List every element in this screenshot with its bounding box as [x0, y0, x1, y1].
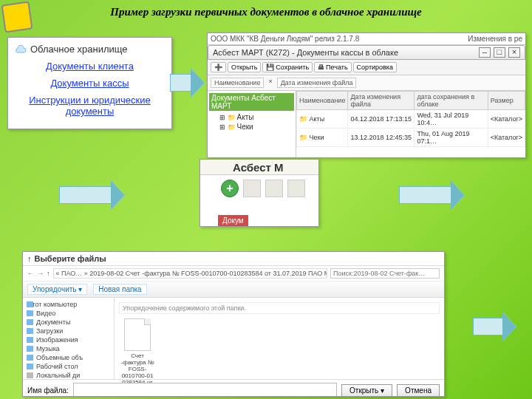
file-icon: [124, 318, 151, 351]
window-titlebar: Асбест МАРТ (К272) - Документы кассы в о…: [208, 45, 525, 60]
side-docs[interactable]: Документы: [26, 318, 111, 327]
cancel-button[interactable]: Отмена: [397, 384, 440, 397]
dialog-sidebar: Этот компьютер Видео Документы Загрузки …: [23, 298, 115, 379]
sort-button[interactable]: Сортировка: [353, 62, 397, 72]
nav-up-icon[interactable]: ↑: [47, 270, 50, 277]
add-button[interactable]: ➕: [211, 62, 226, 72]
side-downloads[interactable]: Загрузки: [26, 327, 111, 335]
tree-node-akty[interactable]: Акты: [209, 112, 294, 122]
file-item[interactable]: Счет -фактура № FOSS-0010700-01 0283584 …: [119, 318, 156, 392]
folder-icon: 📁: [299, 115, 307, 123]
table-row[interactable]: 📁 Акты 04.12.2018 17:13:15 Wed, 31 Jul 2…: [297, 110, 525, 129]
link-client-docs[interactable]: Документы клиента: [14, 61, 166, 72]
filter-name[interactable]: Наименование: [211, 78, 264, 88]
tree-node-cheki[interactable]: Чеки: [209, 122, 294, 132]
new-folder-button[interactable]: Новая папка: [93, 284, 146, 295]
misc-tool-button[interactable]: [287, 180, 305, 197]
side-video[interactable]: Видео: [26, 309, 111, 318]
cloud-storage-header: Облачное хранилище: [14, 44, 166, 55]
col-cdate[interactable]: дата сохранения в облаке: [415, 92, 488, 110]
link-cash-docs[interactable]: Документы кассы: [14, 78, 166, 89]
cloud-header-text: Облачное хранилище: [30, 44, 128, 55]
filename-label: Имя файла:: [27, 386, 69, 395]
side-volume[interactable]: Объемные объ: [26, 353, 111, 362]
dialog-title: Выберите файлы: [35, 254, 106, 263]
arrow-3: [399, 186, 452, 204]
cloud-icon: [14, 44, 27, 55]
organize-button[interactable]: Упорядочить ▾: [27, 284, 87, 295]
minimize-button[interactable]: –: [479, 47, 491, 58]
filename-input[interactable]: [73, 383, 337, 397]
toolbar: ➕ Открыть 💾Сохранить 🖶Печать Сортировка: [208, 60, 525, 75]
folder-window: ООО МКК "КВ Деньги Людям" релиз 2.1.7.8 …: [207, 33, 526, 158]
dialog-toolbar: Упорядочить ▾ Новая папка: [23, 282, 444, 298]
side-images[interactable]: Изображения: [26, 335, 111, 344]
dialog-nav: ← → ↑ « ПАО… » 2019-08-02 Счет -фактура …: [23, 266, 444, 282]
file-area: Упорядочение содержимого этой папки. Сче…: [115, 298, 444, 379]
dialog-footer: Имя файла: Открыть ▾ Отмена: [23, 379, 444, 397]
arrow-1: [170, 74, 192, 92]
filter-date[interactable]: Дата изменения файла: [277, 78, 357, 88]
file-grid: Наименование Дата изменения файла дата с…: [296, 91, 525, 157]
toolbar-zoom-panel: Асбест М + Докум: [200, 159, 319, 227]
app-caption: ООО МКК "КВ Деньги Людям" релиз 2.1.7.8: [211, 35, 359, 43]
breadcrumb[interactable]: « ПАО… » 2019-08-02 Счет -фактура № FOSS…: [53, 268, 328, 279]
arrow-4: [473, 318, 504, 335]
nav-fwd-icon[interactable]: →: [37, 270, 44, 277]
folder-tool-button[interactable]: [243, 180, 261, 197]
up-arrow-icon[interactable]: ↑: [27, 254, 32, 263]
add-circle-button[interactable]: +: [221, 180, 239, 197]
open-button[interactable]: Открыть: [228, 62, 261, 72]
save-button[interactable]: 💾Сохранить: [262, 62, 313, 72]
window-title: Асбест МАРТ (К272) - Документы кассы в о…: [213, 48, 398, 57]
open-file-button[interactable]: Открыть ▾: [341, 384, 392, 397]
folder-tree: Документы Асбест МАРТ Акты Чеки: [208, 91, 296, 157]
dialog-title-bar: ↑ Выберите файлы: [23, 252, 444, 266]
page-title: Пример загрузки первичных документов в о…: [0, 0, 532, 21]
maximize-button[interactable]: □: [494, 47, 505, 58]
arrow-2: [59, 186, 112, 204]
search-input[interactable]: [330, 268, 440, 279]
filter-bar: Наименование × Дата изменения файла: [208, 75, 525, 91]
book-logo: [1, 1, 33, 33]
zoom-title: Асбест М: [233, 161, 284, 174]
col-mdate[interactable]: Дата изменения файла: [348, 92, 415, 110]
side-localc[interactable]: Локальный ди: [26, 371, 111, 379]
print-button[interactable]: 🖶Печать: [314, 62, 351, 72]
folder-icon: 📁: [299, 134, 307, 141]
edit-tool-button[interactable]: [265, 180, 283, 197]
app-caption-bar: ООО МКК "КВ Деньги Людям" релиз 2.1.7.8 …: [208, 33, 525, 45]
close-button[interactable]: ×: [508, 47, 520, 58]
file-dialog: ↑ Выберите файлы ← → ↑ « ПАО… » 2019-08-…: [22, 251, 445, 397]
table-row[interactable]: 📁 Чеки 13.12.2018 12:45:35 Thu, 01 Aug 2…: [297, 129, 525, 147]
app-caption-right: Изменения в ре: [468, 35, 522, 43]
side-music[interactable]: Музыка: [26, 344, 111, 353]
col-name[interactable]: Наименование: [297, 92, 348, 110]
nav-back-icon[interactable]: ←: [27, 270, 34, 277]
tree-root[interactable]: Документы Асбест МАРТ: [209, 93, 294, 111]
side-desktop[interactable]: Рабочий стол: [26, 362, 111, 371]
col-size[interactable]: Размер: [488, 92, 525, 110]
side-thispc[interactable]: Этот компьютер: [26, 300, 111, 309]
cloud-storage-panel: Облачное хранилище Документы клиента Док…: [7, 37, 172, 129]
link-instructions[interactable]: Инструкции и юридические документы: [14, 95, 166, 117]
hint-tooltip: Упорядочение содержимого этой папки.: [119, 302, 440, 314]
zoom-tab[interactable]: Докум: [218, 215, 248, 226]
